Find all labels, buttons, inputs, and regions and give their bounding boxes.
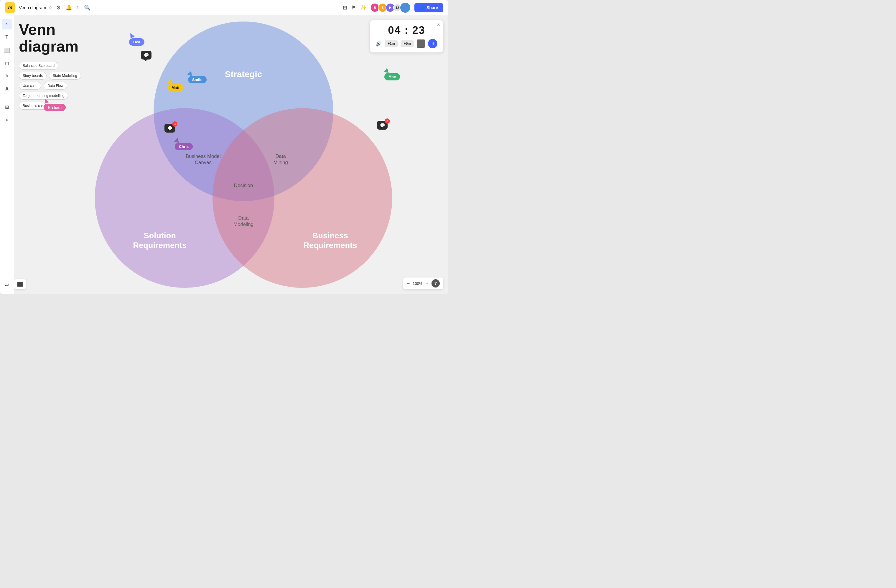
cursor-mae: Mae — [384, 68, 389, 73]
comment-bubble-1[interactable]: 💬 — [141, 51, 151, 59]
cursor-chris: Chris — [175, 138, 180, 143]
comment-icon-2: 💬 — [380, 123, 385, 128]
sidebar-tool-more[interactable]: » — [2, 115, 12, 125]
chris-label: Chris — [175, 143, 193, 150]
tag-state-modelling[interactable]: State Modelling — [49, 72, 81, 79]
hisham-label: Hisham — [44, 104, 66, 111]
zoom-out-btn[interactable]: − — [407, 280, 410, 287]
settings-icon[interactable]: ⚙ — [56, 5, 61, 11]
sadie-arrow — [187, 70, 194, 76]
cursor-hisham: Hisham — [44, 99, 48, 104]
bea-label: Bea — [129, 38, 145, 46]
sidebar-tool-grid[interactable]: ⊞ — [2, 102, 12, 112]
matt-arrow — [167, 78, 173, 84]
apps-icon[interactable]: ⊞ — [343, 5, 347, 11]
comment-icon-3: 💬 — [168, 126, 172, 131]
flag-icon[interactable]: ⚑ — [351, 5, 356, 11]
label-business-1: Business — [312, 231, 348, 240]
diagram-title-text: Venndiagram — [19, 21, 78, 55]
canvas-area[interactable]: Venndiagram Balanced Scorecard Story boa… — [14, 15, 448, 294]
toolbar-icons: ⊞ ⚑ ✨ — [343, 5, 367, 11]
mae-arrow — [384, 67, 390, 73]
upload-icon[interactable]: ↑ — [77, 5, 79, 11]
grid-icon: ⊞ — [5, 104, 9, 110]
timer-stop-btn[interactable] — [417, 40, 425, 48]
mae-label: Mae — [384, 73, 400, 81]
favorite-icon[interactable]: ☆ — [49, 5, 52, 10]
timer-sound-icon[interactable]: 🔊 — [376, 41, 382, 47]
notifications-icon[interactable]: 🔔 — [66, 5, 72, 11]
label-business-model-2: Canvas — [195, 160, 212, 165]
tag-list: Balanced Scorecard Story boards State Mo… — [19, 62, 84, 109]
sidebar-tool-text[interactable]: T — [2, 32, 12, 43]
comment-bubble-2[interactable]: 💬 3 — [377, 121, 388, 130]
comment-badge-3: 3 — [172, 122, 177, 127]
document-name: Venn diagram — [19, 5, 46, 10]
sidebar-tool-select[interactable]: ↖ — [2, 19, 12, 29]
main-area: ↖ T ⬜ ◻ ✎ A ⊞ » — [0, 15, 448, 294]
share-button[interactable]: 👤 Share — [414, 3, 443, 12]
circle-business — [212, 108, 392, 288]
zoom-bar: − 100% + ? — [403, 278, 443, 289]
panel-icon: ⬛ — [17, 281, 23, 287]
avatar-group: B S H 12 — [370, 2, 411, 13]
miro-logo: m — [5, 2, 15, 13]
sidebar-bottom: ↩ — [2, 280, 12, 290]
app-window: m Venn diagram ☆ ⚙ 🔔 ↑ 🔍 ⊞ ⚑ ✨ B S H 12 — [0, 0, 448, 294]
timer-controls: 🔊 +1m +5m ⏸ — [376, 39, 437, 48]
left-panel: Venndiagram Balanced Scorecard Story boa… — [19, 21, 84, 109]
comment-icon-1: 💬 — [144, 53, 149, 58]
diagram-title: Venndiagram — [19, 21, 84, 55]
cursor-sadie: Sadie — [188, 71, 193, 76]
label-strategic: Strategic — [225, 69, 262, 79]
timer-plus5-btn[interactable]: +5m — [401, 40, 414, 47]
left-sidebar: ↖ T ⬜ ◻ ✎ A ⊞ » — [0, 15, 14, 294]
top-bar: m Venn diagram ☆ ⚙ 🔔 ↑ 🔍 ⊞ ⚑ ✨ B S H 12 — [0, 0, 448, 15]
label-solution-2: Requirements — [133, 241, 187, 250]
frame-icon: ⬜ — [4, 47, 10, 53]
hisham-arrow — [43, 98, 49, 104]
zoom-level: 100% — [411, 281, 424, 286]
timer-close[interactable]: ✕ — [437, 23, 440, 27]
tag-data-flow[interactable]: Data Flow — [44, 82, 67, 90]
tag-balanced-scorecard[interactable]: Balanced Scorecard — [19, 62, 58, 70]
sidebar-tool-pen[interactable]: ✎ — [2, 71, 12, 81]
sidebar-tool-shapes[interactable]: ◻ — [2, 58, 12, 68]
label-business-model-1: Business Model — [186, 153, 221, 159]
sadie-label: Sadie — [188, 76, 207, 84]
sidebar-tool-font[interactable]: A — [2, 84, 12, 94]
timer-colon: : — [405, 24, 412, 36]
cursor-icon: ↖ — [5, 21, 9, 27]
sidebar-divider — [3, 98, 11, 98]
bea-arrow — [128, 32, 135, 39]
timer-plus1-btn[interactable]: +1m — [385, 40, 398, 47]
cursor-matt: Matt — [168, 79, 172, 84]
tag-story-boards[interactable]: Story boards — [19, 72, 47, 79]
label-data-mining-2: Mining — [273, 160, 288, 165]
timer-seconds: 23 — [412, 24, 425, 36]
help-btn[interactable]: ? — [431, 279, 440, 287]
bottom-left-panel-btn[interactable]: ⬛ — [14, 279, 26, 289]
search-icon[interactable]: 🔍 — [84, 5, 90, 11]
sidebar-tool-frame[interactable]: ⬜ — [2, 45, 12, 55]
magic-icon[interactable]: ✨ — [360, 5, 367, 11]
tag-use-case[interactable]: Use case — [19, 82, 41, 90]
label-business-2: Requirements — [303, 241, 357, 250]
top-bar-right: ⊞ ⚑ ✨ B S H 12 👤 Share — [343, 2, 443, 13]
timer-widget: ✕ 04 : 23 🔊 +1m +5m ⏸ — [370, 20, 443, 52]
comment-badge-2: 3 — [385, 119, 390, 124]
chris-arrow — [174, 137, 180, 143]
sidebar-tool-undo[interactable]: ↩ — [2, 280, 12, 290]
font-icon: A — [5, 86, 9, 92]
shapes-icon: ◻ — [5, 61, 9, 66]
avatar-current-user — [400, 2, 411, 13]
pause-icon: ⏸ — [431, 41, 435, 46]
cursor-bea: Bea — [129, 33, 134, 38]
pen-icon: ✎ — [5, 74, 9, 78]
zoom-in-btn[interactable]: + — [425, 280, 428, 287]
top-bar-icons: ⚙ 🔔 ↑ 🔍 — [56, 5, 90, 11]
share-icon: 👤 — [420, 5, 425, 10]
label-data-modeling-1: Data — [238, 215, 249, 221]
comment-bubble-3[interactable]: 💬 3 — [165, 124, 175, 132]
timer-pause-btn[interactable]: ⏸ — [428, 39, 437, 48]
